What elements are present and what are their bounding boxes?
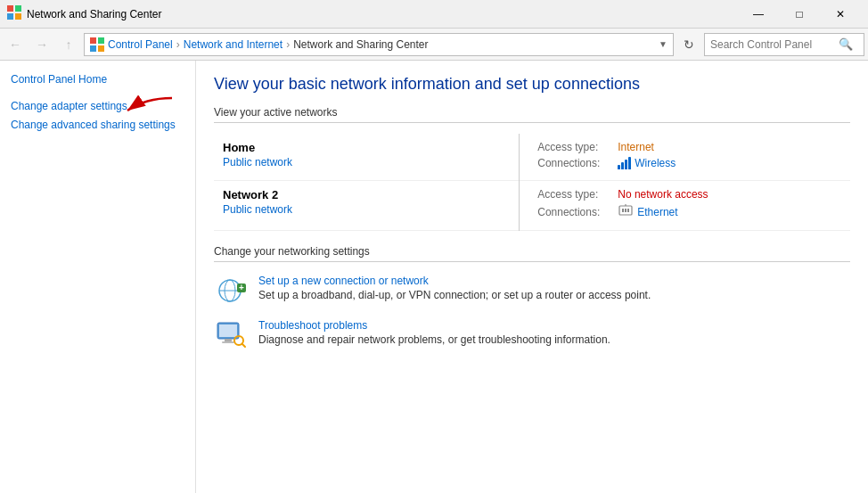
svg-rect-3 [15,13,21,20]
svg-rect-20 [219,325,237,337]
network2-connections-value[interactable]: Ethernet [637,206,677,218]
networks-table: Home Public network Access type: Interne… [214,134,850,231]
svg-rect-11 [625,209,626,212]
home-access-type-value: Internet [618,141,654,153]
search-box: 🔍 [704,33,864,56]
connection-icon-svg: + [216,276,248,305]
network2-connections-label: Connections: [537,206,618,218]
svg-rect-22 [222,341,234,343]
forward-button[interactable]: → [30,33,53,56]
svg-rect-0 [7,5,13,12]
ethernet-svg-icon [618,204,634,217]
wifi-icon [618,157,631,169]
sidebar: Control Panel Home Change adapter settin… [0,61,196,493]
app-icon [7,5,21,22]
sidebar-item-change-advanced-sharing[interactable]: Change advanced sharing settings [11,118,180,133]
title-bar-text: Network and Sharing Center [27,8,738,21]
new-connection-link[interactable]: Set up a new connection or network [258,275,651,287]
home-connections-label: Connections: [537,157,618,169]
search-icon[interactable]: 🔍 [839,37,853,51]
refresh-button[interactable]: ↻ [677,33,700,56]
svg-text:+: + [239,283,244,292]
minimize-button[interactable]: — [738,0,779,29]
ethernet-icon [618,204,634,219]
svg-rect-1 [15,5,21,12]
home-access-type-row: Access type: Internet [537,141,841,153]
network2-name: Network 2 [223,188,510,201]
change-adapter-wrapper: Change adapter settings [11,98,127,118]
active-networks-header: View your active networks [214,106,850,123]
address-bar: ← → ↑ Control Panel › Network and Intern… [0,29,868,61]
sidebar-item-change-adapter[interactable]: Change adapter settings [11,98,127,114]
svg-rect-2 [7,13,13,20]
network2-name-cell: Network 2 Public network [214,181,520,231]
networking-settings-header: Change your networking settings [214,245,850,262]
home-network-name-cell: Home Public network [214,134,520,181]
new-connection-desc: Set up a broadband, dial-up, or VPN conn… [258,289,651,301]
new-connection-icon: + [214,275,250,307]
troubleshoot-icon [214,319,250,351]
home-network-type[interactable]: Public network [223,156,510,168]
sidebar-item-control-panel-home[interactable]: Control Panel Home [11,71,195,87]
svg-rect-5 [98,37,104,44]
table-row: Network 2 Public network Access type: No… [214,181,850,231]
home-network-info-cell: Access type: Internet Connections: [520,134,850,181]
svg-rect-12 [627,209,629,212]
page-title: View your basic network information and … [214,75,850,94]
home-connections-row: Connections: Wireless [537,157,841,169]
new-connection-item: + Set up a new connection or network Set… [214,275,850,307]
svg-rect-4 [90,37,96,44]
network2-access-type-row: Access type: No network access [537,188,841,201]
breadcrumb-control-panel[interactable]: Control Panel [108,38,173,51]
svg-rect-21 [225,339,232,341]
svg-line-24 [242,344,246,348]
svg-rect-7 [98,45,104,52]
home-connections-value[interactable]: Wireless [635,157,676,169]
search-input[interactable] [710,38,835,51]
svg-rect-10 [622,209,624,212]
troubleshoot-desc: Diagnose and repair network problems, or… [258,333,610,346]
breadcrumb-bar: Control Panel › Network and Internet › N… [84,33,674,56]
network2-connections-row: Connections: [537,204,841,219]
networking-settings-section: Change your networking settings + Se [214,245,850,351]
home-network-name: Home [223,141,510,154]
home-access-type-label: Access type: [537,141,618,153]
breadcrumb-network-internet[interactable]: Network and Internet [184,38,283,51]
troubleshoot-link[interactable]: Troubleshoot problems [258,319,610,332]
troubleshoot-text-group: Troubleshoot problems Diagnose and repai… [258,319,610,346]
network2-type[interactable]: Public network [223,203,510,216]
network2-access-type-value: No network access [618,188,708,201]
new-connection-text-group: Set up a new connection or network Set u… [258,275,651,301]
network2-info-cell: Access type: No network access Connectio… [520,181,850,231]
close-button[interactable]: ✕ [820,0,861,29]
troubleshoot-icon-svg [216,321,248,349]
window-controls: — □ ✕ [738,0,861,29]
svg-rect-6 [90,45,96,52]
maximize-button[interactable]: □ [779,0,820,29]
content-area: View your basic network information and … [196,61,868,493]
main-container: Control Panel Home Change adapter settin… [0,61,868,493]
up-button[interactable]: ↑ [57,33,80,56]
network2-access-type-label: Access type: [537,188,618,201]
breadcrumb-dropdown-button[interactable]: ▼ [659,39,667,49]
troubleshoot-item: Troubleshoot problems Diagnose and repai… [214,319,850,351]
table-row: Home Public network Access type: Interne… [214,134,850,181]
back-button[interactable]: ← [4,33,27,56]
breadcrumb-current: Network and Sharing Center [293,38,428,51]
control-panel-icon [90,37,104,52]
red-arrow-indicator [123,91,176,118]
title-bar: Network and Sharing Center — □ ✕ [0,0,868,29]
